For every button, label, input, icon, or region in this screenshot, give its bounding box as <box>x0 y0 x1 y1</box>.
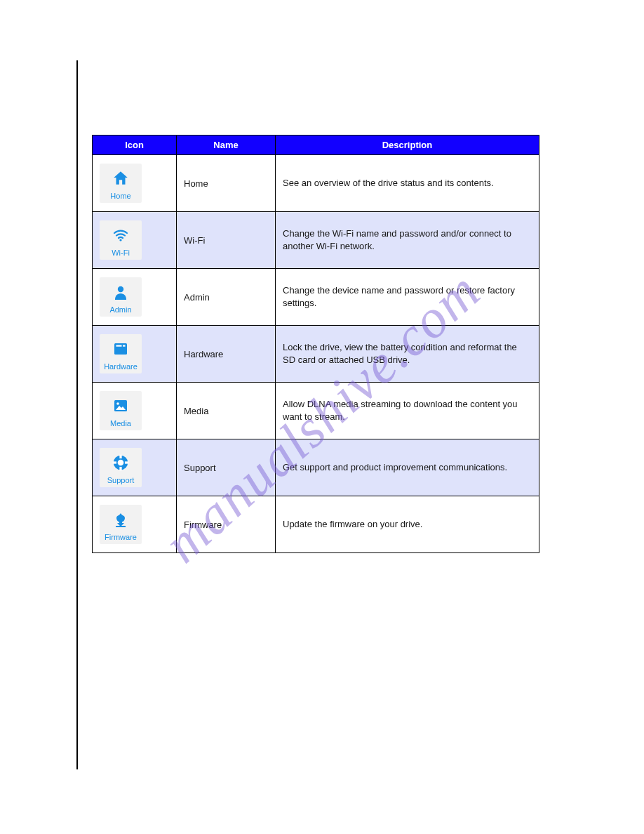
cell-name: Hardware <box>177 326 276 383</box>
table-row: HardwareHardwareLock the drive, view the… <box>93 326 539 383</box>
cell-description: Lock the drive, view the battery conditi… <box>276 326 539 383</box>
cell-description: See an overview of the drive status and … <box>276 155 539 212</box>
home-icon-tile[interactable]: Home <box>100 164 142 203</box>
cell-icon: Hardware <box>93 326 177 383</box>
svg-point-8 <box>118 460 124 466</box>
wifi-icon <box>102 225 139 246</box>
svg-rect-11 <box>113 461 116 463</box>
tile-label: Hardware <box>102 362 139 371</box>
support-icon-tile[interactable]: Support <box>100 448 142 487</box>
admin-icon <box>102 282 139 303</box>
svg-point-6 <box>116 402 119 405</box>
hardware-icon <box>102 338 139 359</box>
cell-description: Change the Wi-Fi name and password and/o… <box>276 212 539 269</box>
table-header-row: Icon Name Description <box>93 135 539 155</box>
svg-rect-9 <box>119 455 121 458</box>
svg-rect-4 <box>123 345 126 347</box>
cell-icon: Support <box>93 439 177 496</box>
firmware-icon <box>102 509 139 530</box>
left-margin-rule <box>76 60 78 769</box>
tile-label: Firmware <box>102 533 139 541</box>
svg-rect-13 <box>116 526 126 527</box>
tile-label: Media <box>102 419 139 428</box>
tile-label: Support <box>102 476 139 484</box>
cell-name: Firmware <box>177 496 276 553</box>
support-icon <box>102 452 139 473</box>
cell-icon: Admin <box>93 269 177 326</box>
tile-label: Admin <box>102 305 139 314</box>
cell-name: Admin <box>177 269 276 326</box>
cell-name: Media <box>177 383 276 439</box>
dashboard-icons-table: Icon Name Description HomeHomeSee an ove… <box>92 135 539 553</box>
table-row: FirmwareFirmwareUpdate the firmware on y… <box>93 496 539 553</box>
svg-rect-2 <box>114 343 127 355</box>
cell-icon: Firmware <box>93 496 177 553</box>
wifi-icon-tile[interactable]: Wi-Fi <box>100 220 142 260</box>
content-area: Icon Name Description HomeHomeSee an ove… <box>92 135 539 553</box>
svg-point-0 <box>119 239 121 241</box>
firmware-icon-tile[interactable]: Firmware <box>100 505 142 544</box>
th-icon: Icon <box>93 135 177 155</box>
svg-rect-12 <box>125 461 128 463</box>
cell-icon: Home <box>93 155 177 212</box>
cell-icon: Media <box>93 383 177 439</box>
tile-label: Home <box>102 192 139 200</box>
cell-name: Wi-Fi <box>177 212 276 269</box>
hardware-icon-tile[interactable]: Hardware <box>100 334 142 373</box>
table-row: SupportSupportGet support and product im… <box>93 439 539 496</box>
media-icon-tile[interactable]: Media <box>100 391 142 430</box>
cell-description: Allow DLNA media streaming to download t… <box>276 383 539 439</box>
th-desc: Description <box>276 135 539 155</box>
table-row: Wi-FiWi-FiChange the Wi-Fi name and pass… <box>93 212 539 269</box>
cell-description: Update the firmware on your drive. <box>276 496 539 553</box>
cell-icon: Wi-Fi <box>93 212 177 269</box>
cell-name: Support <box>177 439 276 496</box>
table-row: AdminAdminChange the device name and pas… <box>93 269 539 326</box>
cell-description: Get support and product improvement comm… <box>276 439 539 496</box>
document-page: Icon Name Description HomeHomeSee an ove… <box>0 0 644 834</box>
home-icon <box>102 168 139 189</box>
cell-description: Change the device name and password or r… <box>276 269 539 326</box>
svg-point-1 <box>118 286 123 292</box>
admin-icon-tile[interactable]: Admin <box>100 277 142 317</box>
th-name: Name <box>177 135 276 155</box>
svg-rect-3 <box>116 345 122 347</box>
table-row: MediaMediaAllow DLNA media streaming to … <box>93 383 539 439</box>
svg-rect-10 <box>119 467 121 470</box>
media-icon <box>102 395 139 416</box>
tile-label: Wi-Fi <box>102 249 139 257</box>
cell-name: Home <box>177 155 276 212</box>
table-row: HomeHomeSee an overview of the drive sta… <box>93 155 539 212</box>
